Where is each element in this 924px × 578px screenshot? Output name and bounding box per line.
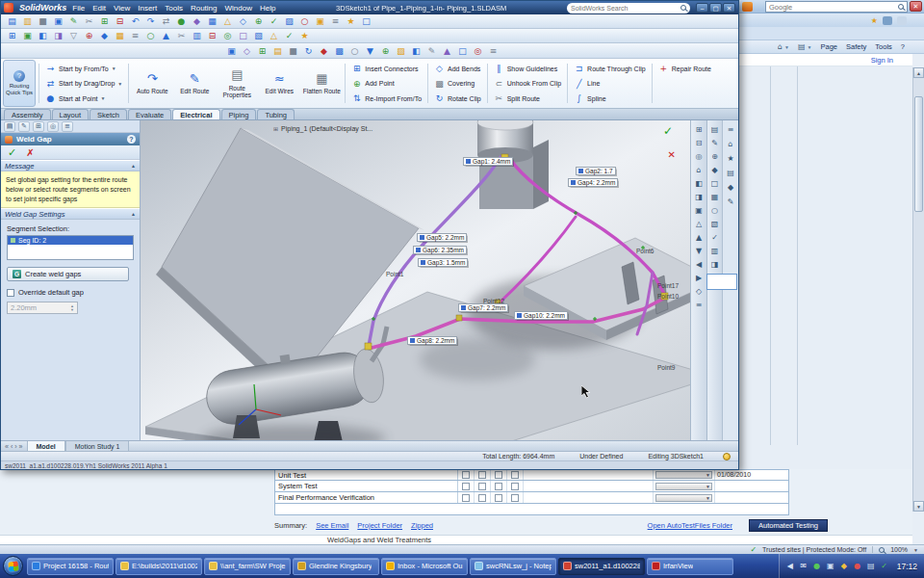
commandmanager-tab[interactable]: Layout	[52, 109, 90, 119]
gap-callout[interactable]: Gap1: 2.4mm	[463, 157, 513, 166]
task-pane-tab-icon[interactable]: ◆	[725, 181, 737, 193]
link[interactable]: Zipped	[411, 521, 433, 530]
browser-search-input[interactable]	[769, 3, 895, 12]
task-pane-tab-icon[interactable]: ✎	[725, 196, 737, 207]
ribbon-button[interactable]: ⊕Add Point	[348, 77, 424, 91]
toolbar-icon[interactable]: ○	[708, 204, 721, 216]
view-toolbar-icon[interactable]: ▲	[693, 231, 706, 243]
ribbon-button[interactable]: ✎Edit Route	[174, 60, 215, 107]
view-toolbar-icon[interactable]: ▶	[693, 272, 706, 283]
command-menu-item[interactable]: Page	[821, 42, 838, 51]
checkbox[interactable]	[491, 470, 507, 480]
toolbar-icon[interactable]: ⊕	[708, 150, 721, 162]
close-button[interactable]: ✕	[723, 3, 735, 13]
ribbon-button[interactable]: ∥Show Guidelines	[491, 62, 564, 75]
tray-icon[interactable]: ▣	[826, 562, 835, 570]
property-manager-tab-icon[interactable]: ✎	[18, 121, 30, 132]
toolbar-icon[interactable]: ▤	[708, 123, 721, 135]
toolbar-icon[interactable]: ⇄	[159, 15, 173, 28]
maximize-button[interactable]: ▢	[709, 3, 722, 13]
menu-item[interactable]: Help	[260, 4, 275, 13]
toolbar-icon[interactable]: □	[236, 30, 250, 42]
settings-section-header[interactable]: Weld Gap Settings▲	[1, 208, 140, 220]
gap-callout[interactable]: Gap8: 2.2mm	[407, 336, 457, 345]
ribbon-button[interactable]: ⊞Insert Connectors	[348, 62, 424, 75]
browser-close-button[interactable]: ✕	[910, 1, 922, 12]
toolbar-icon[interactable]: ■	[36, 15, 50, 28]
toolbar-icon[interactable]: △	[220, 15, 235, 28]
tray-icon[interactable]: ✉	[799, 562, 808, 570]
gap-callout[interactable]: Gap10: 2.2mm	[514, 311, 568, 320]
minimize-button[interactable]: –	[696, 3, 708, 13]
ok-check-icon[interactable]: ✓	[8, 146, 16, 159]
menu-item[interactable]: File	[72, 4, 85, 13]
toolbar-icon[interactable]: ↶	[128, 15, 142, 28]
browser-search-box[interactable]	[765, 1, 908, 13]
toolbar-icon[interactable]: ▦	[205, 15, 219, 28]
toolbar-icon[interactable]: □	[708, 177, 721, 189]
menu-item[interactable]: Insert	[138, 4, 157, 13]
checkbox[interactable]	[475, 481, 491, 491]
view-toolbar-icon[interactable]: ◀	[693, 258, 706, 270]
toolbar-icon[interactable]: ⊕	[251, 15, 266, 28]
task-pane-tab-icon[interactable]: ▤	[725, 167, 737, 178]
ribbon-button[interactable]: ⊂Unhook From Clip	[491, 77, 564, 91]
checkbox[interactable]	[458, 481, 475, 491]
ribbon-button[interactable]: ⇄Start by Drag/Drop▼	[42, 77, 125, 91]
create-weld-gaps-button[interactable]: G Create weld gaps	[7, 267, 129, 281]
ribbon-button[interactable]: ▦Flatten Route	[301, 60, 342, 107]
taskbar-button[interactable]: Glendine Kingsbury	[293, 558, 379, 575]
toolbar-extension-icon[interactable]	[883, 16, 892, 25]
task-pane-tab-icon[interactable]: ★	[725, 152, 737, 164]
toolbar-icon[interactable]: ≡	[328, 15, 343, 28]
toolbar-icon[interactable]: ≡	[128, 30, 142, 42]
scroll-up-arrow[interactable]: ▲	[913, 67, 924, 78]
toolbar-icon[interactable]: ◨	[708, 258, 721, 270]
view-toolbar-icon[interactable]: ⊞	[693, 123, 706, 135]
clock[interactable]: 17:12	[897, 562, 917, 571]
help-icon[interactable]: ?	[901, 42, 905, 51]
favorites-star-icon[interactable]: ★	[871, 16, 878, 25]
toolbar-icon[interactable]: ✂	[174, 30, 189, 42]
graphics-area[interactable]: ⊞ Piping_1 (Default<Display St... ✓ ✕ Ga…	[141, 120, 690, 440]
toolbar-icon[interactable]: ✂	[82, 15, 96, 28]
toolbar-icon[interactable]: ◆	[708, 164, 721, 175]
property-manager-tab-icon[interactable]: ≡	[62, 121, 73, 132]
override-checkbox[interactable]	[7, 289, 14, 297]
checkbox[interactable]	[491, 492, 507, 503]
commandmanager-tab[interactable]: Evaluate	[128, 109, 171, 119]
ribbon-button[interactable]: ◇Add Bends	[431, 62, 484, 75]
gap-value-spinner[interactable]: 2.20mm ▲▼	[7, 302, 78, 314]
toolbar-icon[interactable]: ◧	[36, 30, 50, 42]
view-toolbar-icon[interactable]: △	[693, 218, 706, 229]
menu-item[interactable]: Routing	[191, 4, 218, 13]
toolbar-icon[interactable]: ▥	[190, 30, 204, 42]
property-manager-tab-icon[interactable]: ⊞	[33, 121, 44, 132]
ribbon-button[interactable]: ∫Spline	[571, 92, 649, 105]
command-menu-item[interactable]: Tools	[875, 42, 892, 51]
commandmanager-tab[interactable]: Electrical	[172, 109, 219, 119]
sign-in-link[interactable]: Sign In	[871, 56, 893, 65]
toolbar-icon[interactable]: ★	[344, 15, 358, 28]
toolbar-icon[interactable]: □	[455, 44, 470, 57]
dropdown[interactable]: ▼	[654, 492, 715, 503]
autotest-folder-link[interactable]: Open AutoTestFiles Folder	[648, 521, 732, 530]
view-toolbar-icon[interactable]: ⌂	[693, 164, 706, 175]
toolbar-icon[interactable]: □	[359, 15, 373, 28]
checkbox[interactable]	[491, 481, 507, 491]
gap-callout[interactable]: Gap5: 2.2mm	[417, 233, 467, 242]
link[interactable]: Project Folder	[357, 521, 402, 530]
page-menu[interactable]: PageSafetyTools	[821, 42, 892, 51]
toolbar-icon[interactable]: ↷	[143, 15, 158, 28]
toolbar-icon[interactable]: ▽	[66, 30, 81, 42]
checkbox[interactable]	[458, 492, 475, 503]
ribbon-button[interactable]: ⊐Route Through Clip	[571, 62, 649, 75]
home-icon[interactable]: ⌂▼	[778, 42, 789, 51]
toolbar-icon[interactable]: ▩	[332, 44, 346, 57]
view-toolbar-icon[interactable]: ◎	[693, 150, 706, 162]
view-toolbar-icon[interactable]: ◧	[693, 177, 706, 189]
tray-icon[interactable]: ◀	[785, 562, 795, 570]
toolbar-icon[interactable]: ▥	[708, 245, 721, 256]
view-toolbar-icon[interactable]: ◇	[693, 285, 706, 297]
commandmanager-tab[interactable]: Sketch	[90, 109, 127, 119]
